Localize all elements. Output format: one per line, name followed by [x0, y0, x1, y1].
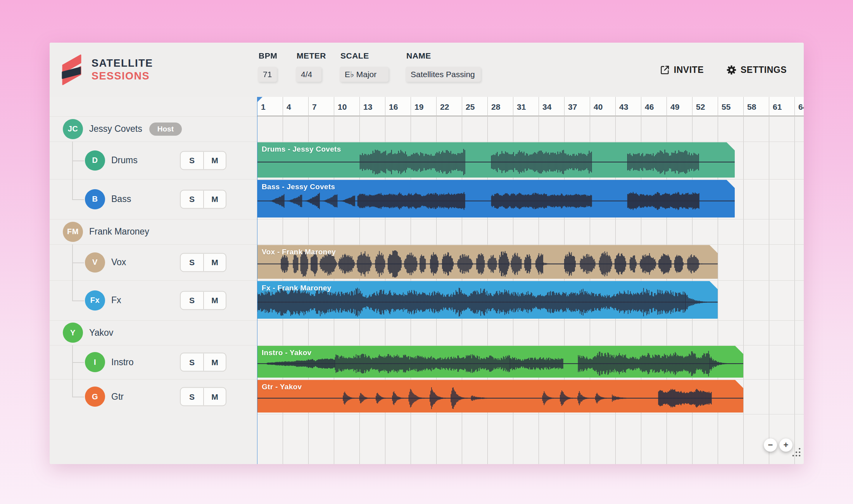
tree-connector — [72, 362, 84, 363]
brand-line-2: SESSIONS — [92, 70, 153, 83]
ruler-bar-number[interactable]: 61 — [769, 100, 782, 114]
solo-button[interactable]: S — [181, 254, 203, 271]
header-actions: INVITE SETTINGS — [657, 43, 789, 97]
track-name: Gtr — [111, 392, 124, 402]
row-divider — [257, 379, 804, 380]
mute-button[interactable]: M — [203, 190, 226, 208]
clip-label: Vox - Frank Maroney — [262, 248, 336, 256]
ruler-bar-number[interactable]: 55 — [718, 100, 730, 114]
ruler-bar-number[interactable]: 13 — [359, 100, 372, 114]
user-name: Frank Maroney — [89, 226, 149, 237]
tree-connector — [72, 397, 84, 397]
user-row: Y Yakov — [50, 320, 257, 345]
brand-wordmark: SATELLITE SESSIONS — [92, 57, 153, 83]
solo-button[interactable]: S — [181, 190, 203, 208]
clip-instro[interactable]: Instro - Yakov — [257, 346, 743, 378]
tree-connector — [72, 345, 73, 397]
clip-label: Gtr - Yakov — [262, 383, 302, 391]
ruler-bar-number[interactable]: 46 — [641, 100, 654, 114]
user-name: Jessy Covets — [89, 124, 142, 134]
solo-mute-control: S M — [180, 190, 226, 209]
track-name: Instro — [111, 357, 134, 368]
clip-vox[interactable]: Vox - Frank Maroney — [257, 245, 718, 279]
row-divider — [50, 320, 257, 321]
row-divider — [50, 179, 257, 180]
clip-bass[interactable]: Bass - Jessy Covets — [257, 180, 735, 217]
waveform — [257, 380, 743, 413]
tree-connector — [72, 142, 73, 199]
header: SATELLITE SESSIONS BPM 71 METER 4/4 SCAL… — [50, 43, 804, 97]
ruler-bar-number[interactable]: 64 — [794, 100, 804, 114]
bpm-label: BPM — [259, 51, 277, 60]
track-name: Vox — [111, 257, 126, 268]
resize-grip[interactable] — [791, 447, 801, 460]
solo-button[interactable]: S — [181, 354, 203, 371]
clip-label: Instro - Yakov — [262, 349, 311, 357]
mute-button[interactable]: M — [203, 254, 226, 271]
session-name-input[interactable]: Satellites Passing — [406, 67, 481, 82]
user-avatar: JC — [63, 119, 83, 139]
clip-label: Fx - Frank Maroney — [262, 284, 332, 292]
solo-button[interactable]: S — [181, 388, 203, 406]
resize-grip-icon — [791, 447, 801, 458]
ruler-bar-number[interactable]: 52 — [692, 100, 705, 114]
invite-button[interactable]: INVITE — [657, 64, 706, 76]
clip-gtr[interactable]: Gtr - Yakov — [257, 380, 743, 413]
ruler-bar-number[interactable]: 34 — [539, 100, 551, 114]
ruler-bar-number[interactable]: 25 — [462, 100, 475, 114]
row-divider — [257, 414, 804, 414]
row-divider — [257, 179, 804, 180]
user-row: FM Frank Maroney — [50, 219, 257, 244]
zoom-in-button[interactable]: + — [779, 438, 793, 452]
desktop-background: SATELLITE SESSIONS BPM 71 METER 4/4 SCAL… — [0, 0, 853, 504]
tree-connector — [72, 262, 84, 263]
ruler-bar-number[interactable]: 16 — [385, 100, 398, 114]
track-avatar: I — [85, 352, 105, 372]
row-divider — [50, 280, 257, 281]
ruler-bar-number[interactable]: 58 — [743, 100, 756, 114]
ruler-bar-number[interactable]: 10 — [334, 100, 347, 114]
clip-fx[interactable]: Fx - Frank Maroney — [257, 281, 718, 319]
ruler-bar-number[interactable]: 49 — [667, 100, 679, 114]
scale-input[interactable]: E♭ Major — [340, 67, 389, 82]
row-divider — [50, 142, 257, 142]
row-divider — [257, 142, 804, 142]
zoom-out-button[interactable]: − — [764, 438, 777, 452]
name-label: NAME — [406, 51, 431, 60]
scale-label: SCALE — [340, 51, 369, 60]
tree-connector — [72, 244, 73, 300]
ruler-bar-number[interactable]: 28 — [487, 100, 500, 114]
ruler-bar-number[interactable]: 37 — [564, 100, 577, 114]
mute-button[interactable]: M — [203, 354, 226, 371]
mute-button[interactable]: M — [203, 152, 226, 169]
timeline-area: 1471013161922252831343740434649525558616… — [257, 43, 804, 464]
ruler-bar-number[interactable]: 7 — [308, 100, 317, 114]
row-divider — [50, 116, 257, 117]
ruler-bar-number[interactable]: 43 — [615, 100, 628, 114]
row-divider — [257, 244, 804, 245]
invite-label: INVITE — [674, 65, 704, 75]
clip-drums[interactable]: Drums - Jessy Covets — [257, 142, 735, 178]
user-name: Yakov — [89, 328, 113, 338]
clip-label: Bass - Jessy Covets — [262, 183, 335, 191]
mute-button[interactable]: M — [203, 292, 226, 309]
tree-connector — [72, 300, 84, 301]
solo-button[interactable]: S — [181, 152, 203, 169]
settings-button[interactable]: SETTINGS — [724, 64, 789, 76]
settings-label: SETTINGS — [741, 65, 787, 75]
tree-connector — [72, 199, 84, 200]
bpm-input[interactable]: 71 — [258, 67, 277, 82]
solo-button[interactable]: S — [181, 292, 203, 309]
brand-line-1: SATELLITE — [92, 57, 153, 70]
user-avatar: FM — [63, 222, 83, 242]
ruler-bar-number[interactable]: 4 — [283, 100, 291, 114]
ruler-bar-number[interactable]: 22 — [436, 100, 449, 114]
mute-button[interactable]: M — [203, 388, 226, 406]
ruler-bar-number[interactable]: 31 — [513, 100, 526, 114]
ruler-bar-number[interactable]: 19 — [411, 100, 423, 114]
meter-input[interactable]: 4/4 — [296, 67, 321, 82]
playhead[interactable] — [257, 97, 257, 464]
ruler-bar-number[interactable]: 40 — [590, 100, 603, 114]
track-avatar: Fx — [85, 290, 105, 311]
row-divider — [50, 379, 257, 380]
